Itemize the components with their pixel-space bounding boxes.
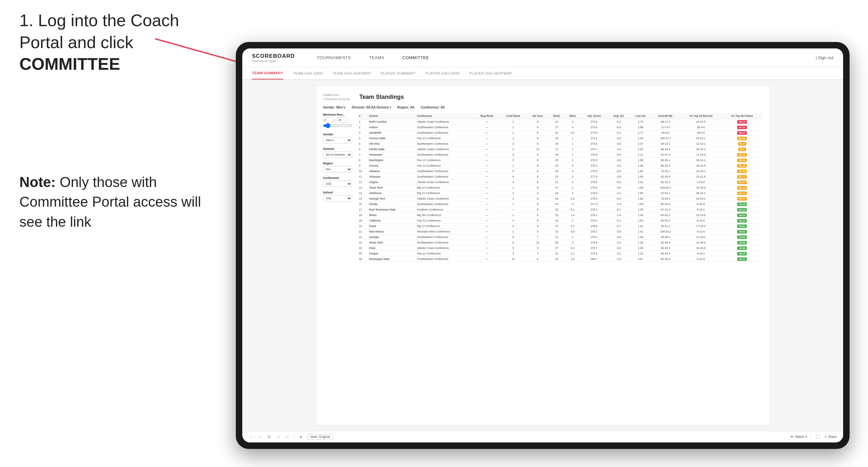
rounds-slider[interactable]: [323, 123, 352, 128]
toolbar-bookmark-icon[interactable]: ☆: [285, 434, 290, 440]
region-filter: Region N/A All: [323, 162, 352, 173]
toolbar-forward-icon[interactable]: →: [258, 434, 263, 440]
col-school: School: [367, 113, 415, 119]
cell-adj-score: 273.6: [581, 130, 608, 136]
tab-team-summary[interactable]: TEAM SUMMARY: [252, 67, 283, 80]
cell-no-tour: 9: [527, 245, 549, 251]
cell-conf-rank: 4: [499, 196, 527, 201]
cell-rnds: 27: [549, 185, 565, 191]
content-layout: Minimum Rou... — Gender Men's: [323, 113, 763, 262]
cell-vs-top50: 48.42: [722, 240, 763, 245]
toolbar-refresh-icon[interactable]: ↻: [267, 434, 272, 440]
school-select[interactable]: (All): [323, 195, 352, 201]
cell-vs-top25: 9-10-1: [680, 207, 722, 213]
cell-conf-rank: 1: [499, 163, 527, 168]
tab-team-h2h-heatmap[interactable]: TEAM H2H HEATMAP: [332, 67, 371, 80]
sign-out-link[interactable]: | Sign out: [816, 55, 833, 60]
cell-vs-top25: 17-33-3: [680, 223, 722, 229]
cell-overall: 80-25-2: [651, 201, 680, 207]
cell-vs-top50: 80.98: [722, 136, 763, 141]
cell-no-tour: 9: [527, 223, 549, 229]
note-text: Note: Only those with Committee Portal a…: [20, 172, 213, 232]
cell-conference: Atlantic Coast Conference: [415, 180, 474, 185]
cell-conference: Pac-12 Conference: [415, 158, 474, 163]
cell-overall: 95-6.0: [651, 130, 680, 136]
cell-adj-score: 278.7: [581, 229, 608, 235]
min-rounds-min-input[interactable]: [323, 117, 333, 122]
cell-low-sg: 1.85: [629, 185, 651, 191]
cell-rank: 9: [357, 163, 367, 168]
cell-vs-top25: 11-29-1: [680, 235, 722, 240]
cell-low-sg: 2.11: [629, 152, 651, 158]
cell-wins: 3: [565, 168, 581, 174]
cell-avg-sg: -2.0: [608, 240, 630, 245]
cell-rnds: 23: [549, 168, 565, 174]
cell-no-tour: 7: [527, 235, 549, 240]
cell-overall: 97-01.1: [651, 191, 680, 196]
nav-tournaments[interactable]: TOURNAMENTS: [314, 54, 354, 61]
toolbar-clock-icon[interactable]: ●: [298, 434, 303, 440]
cell-avg-sg: -0.4: [608, 245, 630, 251]
cell-conference: Pac-12 Conference: [415, 218, 474, 223]
table-row: 15 Georgia Tech Atlantic Coast Conferenc…: [357, 196, 763, 201]
cell-conference: Big 12 Conference: [415, 191, 474, 196]
region-select[interactable]: N/A All: [323, 166, 352, 173]
cell-vs-top50: 38.54: [722, 235, 763, 240]
cell-adj-score: 275.9: [581, 152, 608, 158]
cell-vs-top50: 63.49: [722, 158, 763, 163]
gender-select[interactable]: Men's Women's: [323, 137, 352, 144]
cell-school: Georgia Tech: [367, 196, 415, 201]
cell-overall: 82-18-3: [651, 174, 680, 180]
toolbar-home-icon[interactable]: ⌂: [276, 434, 281, 440]
cell-rnds: 21: [549, 180, 565, 185]
toolbar-back-icon[interactable]: ←: [249, 434, 254, 440]
cell-rank: 2: [357, 125, 367, 130]
cell-conf-rank: 4: [499, 218, 527, 223]
cell-low-sg: 1.63: [629, 201, 651, 207]
tab-team-h2h-grid[interactable]: TEAM H2H GRID: [293, 67, 323, 80]
cell-avg-sg: -4.0: [608, 136, 630, 141]
cell-no-tour: 10: [527, 240, 549, 245]
table-row: 4 Arizona State Pac-12 Conference — 1 8 …: [357, 136, 763, 141]
cell-reg-rank: —: [474, 191, 499, 196]
col-no-tour: No Tour: [527, 113, 549, 119]
cell-avg-sg: -0.8: [608, 229, 630, 235]
cell-conference: Atlantic Coast Conference: [415, 245, 474, 251]
cell-vs-top50: 35.13: [722, 256, 763, 262]
school-filter: School (All): [323, 191, 352, 201]
cell-rnds: 21: [549, 251, 565, 256]
cell-rnds: 23: [549, 256, 565, 262]
cell-wins: 2: [565, 185, 581, 191]
toolbar-separator-1: [294, 434, 294, 440]
cell-low-sg: 1.98: [629, 158, 651, 163]
cell-low-sg: 1.41: [629, 229, 651, 235]
cell-overall: 59-39-1: [651, 235, 680, 240]
cell-avg-sg: -5.1: [608, 207, 630, 213]
share-button[interactable]: ⇧ Share: [824, 435, 837, 439]
cell-rank: 14: [357, 191, 367, 196]
table-row: 19 California Pac-12 Conference — 4 8 24…: [357, 218, 763, 223]
division-select[interactable]: NCAA Division I: [323, 152, 352, 158]
cell-adj-score: 278.6: [581, 223, 608, 229]
filters-row: Gender: Men's Division: NCAA Division I …: [323, 105, 763, 109]
table-row: 17 East Tennessee State Southern Confere…: [357, 207, 763, 213]
nav-committee[interactable]: COMMITTEE: [400, 54, 432, 61]
view-original-button[interactable]: View: Original: [307, 434, 333, 440]
cell-school: Arizona: [367, 163, 415, 168]
tablet-screen: SCOREBOARD Powered by clippd TOURNAMENTS…: [242, 49, 843, 442]
conference-select[interactable]: (All): [323, 181, 352, 187]
cell-wins: 4: [565, 201, 581, 207]
nav-teams[interactable]: TEAMS: [366, 54, 387, 61]
cell-overall: 117-4.0: [651, 125, 680, 130]
toolbar-expand-icon[interactable]: ⛶: [815, 434, 820, 440]
tab-player-summary[interactable]: PLAYER SUMMARY: [380, 67, 416, 80]
cell-avg-sg: -3.5: [608, 185, 630, 191]
tab-player-h2h-heatmap[interactable]: PLAYER H2H HEATMAP: [469, 67, 512, 80]
cell-school: Georgia: [367, 235, 415, 240]
tab-player-h2h-grid[interactable]: PLAYER H2H GRID: [426, 67, 460, 80]
logo-title: SCOREBOARD: [252, 53, 295, 59]
watch-button[interactable]: 👁 Watch ▾: [790, 435, 807, 439]
cell-overall: 82-62-1: [651, 213, 680, 218]
cell-avg-sg: -3.8: [608, 235, 630, 240]
min-rounds-max-input[interactable]: [338, 117, 347, 122]
